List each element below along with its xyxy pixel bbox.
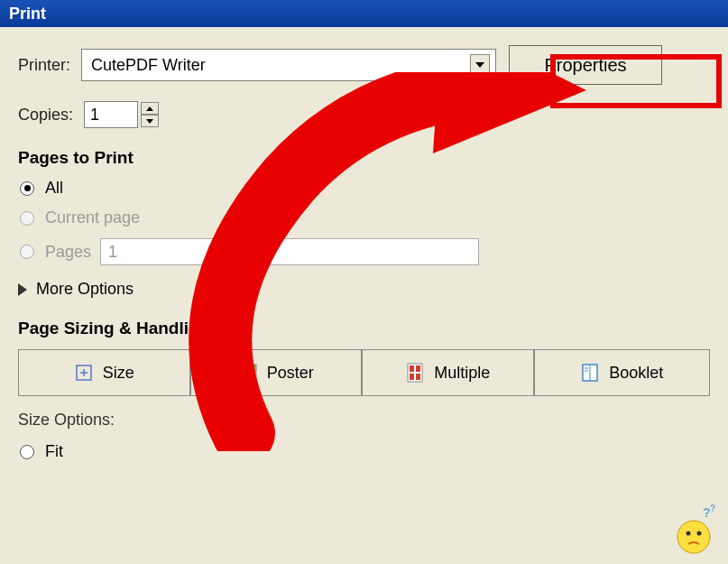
svg-rect-4 [240, 365, 247, 372]
size-button[interactable]: Size [18, 349, 190, 396]
copies-row: Copies: 1 [18, 101, 710, 128]
copies-value: 1 [90, 106, 99, 125]
copies-input[interactable]: 1 [84, 101, 138, 128]
radio-all-label: All [45, 179, 63, 198]
svg-rect-11 [410, 374, 414, 380]
size-icon [74, 363, 94, 383]
poster-button[interactable]: Poster [190, 349, 363, 396]
svg-rect-7 [249, 374, 256, 381]
svg-rect-12 [416, 374, 420, 380]
spinner-down-icon[interactable] [141, 115, 159, 127]
radio-pages-label: Pages [45, 243, 91, 262]
spinner-up-icon[interactable] [141, 102, 159, 115]
radio-all[interactable]: All [20, 179, 710, 198]
svg-rect-5 [249, 365, 256, 372]
svg-rect-10 [416, 365, 420, 372]
radio-fit-label: Fit [45, 442, 63, 461]
size-options-heading: Size Options: [18, 411, 710, 430]
properties-button[interactable]: Properties [509, 45, 662, 85]
triangle-right-icon [18, 283, 27, 296]
svg-point-18 [677, 521, 710, 553]
info-icon[interactable]: i [218, 319, 238, 338]
printer-dropdown[interactable]: CutePDF Writer [81, 49, 496, 81]
radio-current-page-label: Current page [45, 208, 140, 227]
svg-text:?: ? [703, 505, 711, 520]
pages-range-value: 1 [108, 243, 117, 262]
more-options-label: More Options [36, 280, 134, 299]
radio-fit[interactable]: Fit [20, 442, 710, 461]
printer-row: Printer: CutePDF Writer Properties [18, 45, 710, 85]
radio-icon [20, 181, 34, 196]
pages-range-input: 1 [100, 238, 479, 265]
svg-marker-2 [146, 119, 153, 124]
multiple-btn-label: Multiple [434, 364, 490, 383]
copies-label: Copies: [18, 106, 73, 125]
sizing-heading: Page Sizing & Handling [18, 319, 209, 338]
svg-rect-9 [410, 365, 414, 372]
svg-text:?: ? [710, 504, 715, 513]
sizing-heading-row: Page Sizing & Handling i [18, 319, 710, 338]
booklet-icon [580, 363, 600, 383]
svg-point-19 [687, 532, 691, 536]
window-title: Print [9, 5, 46, 23]
window-titlebar: Print [0, 0, 728, 27]
radio-icon [20, 211, 34, 226]
svg-marker-1 [146, 106, 153, 111]
printer-selected: CutePDF Writer [91, 56, 206, 75]
more-options-toggle[interactable]: More Options [18, 280, 710, 299]
thinking-emoji-icon: ? ? [667, 503, 721, 557]
printer-label: Printer: [18, 56, 70, 75]
radio-icon [20, 245, 34, 259]
booklet-btn-label: Booklet [609, 364, 663, 383]
poster-icon [238, 363, 258, 383]
multiple-icon [405, 363, 425, 383]
svg-marker-0 [475, 62, 484, 68]
radio-current-page: Current page [20, 208, 710, 227]
chevron-down-icon[interactable] [470, 54, 490, 76]
poster-btn-label: Poster [267, 364, 314, 383]
sizing-buttons: Size Poster Multiple Booklet [18, 349, 710, 396]
pages-to-print-heading: Pages to Print [18, 148, 710, 168]
radio-pages: Pages 1 [20, 238, 710, 265]
svg-rect-6 [240, 374, 247, 381]
svg-point-20 [697, 532, 702, 536]
booklet-button[interactable]: Booklet [534, 349, 710, 396]
radio-icon [20, 445, 34, 459]
properties-label: Properties [544, 55, 626, 76]
copies-spinner[interactable] [141, 102, 159, 127]
dialog-content: Printer: CutePDF Writer Properties Copie… [0, 27, 728, 481]
size-btn-label: Size [103, 364, 134, 383]
multiple-button[interactable]: Multiple [362, 349, 534, 396]
